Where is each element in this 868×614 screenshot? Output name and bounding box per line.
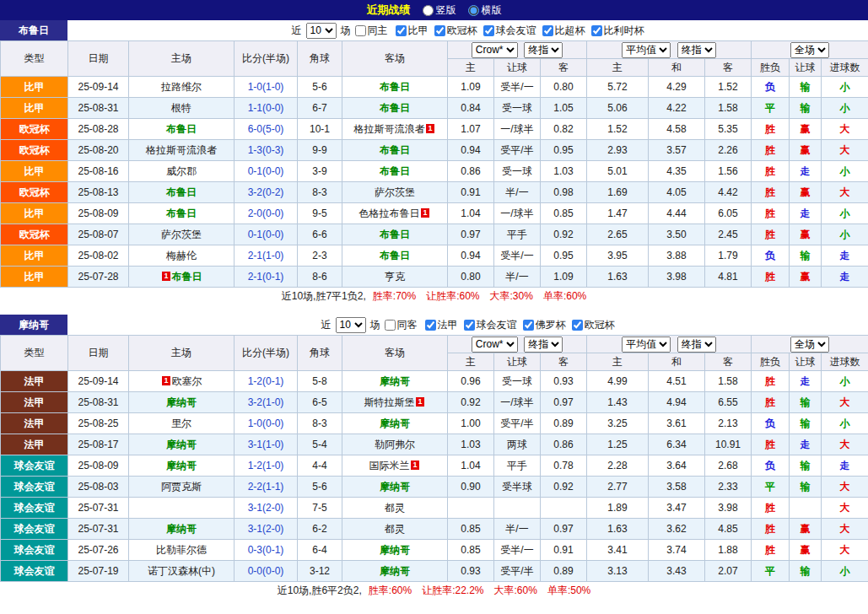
league-filter-input[interactable]	[425, 320, 436, 331]
league-filter-input[interactable]	[434, 25, 445, 36]
date-cell: 25-07-19	[68, 561, 129, 582]
score-link[interactable]: 1-0(1-0)	[235, 77, 298, 98]
stat-item: 大率:60%	[494, 584, 537, 598]
bookmaker-select[interactable]: Crow*	[472, 42, 518, 58]
team-name: 都灵	[385, 523, 405, 535]
header-odds-away: 客	[541, 59, 587, 77]
score-link[interactable]: 3-1(2-0)	[235, 498, 298, 519]
match-count-select[interactable]: 10	[336, 317, 366, 333]
score-link[interactable]: 1-3(0-3)	[235, 140, 298, 161]
avg-select[interactable]: 平均值	[622, 337, 671, 353]
avg-odds-cell: 1.25	[587, 434, 649, 455]
match-count-select[interactable]: 10	[306, 23, 337, 39]
away-team-cell: 摩纳哥	[342, 477, 448, 498]
league-cell: 比甲	[1, 267, 68, 288]
team-name: 摩纳哥	[166, 396, 197, 408]
odds-stage-select[interactable]: 终指	[524, 337, 563, 353]
league-filter-checkbox[interactable]: 比超杯	[542, 24, 585, 38]
scope-select[interactable]: 全场	[790, 42, 829, 58]
rank-badge: 1	[421, 208, 429, 218]
away-team-cell: 萨尔茨堡	[342, 182, 448, 203]
score-link[interactable]: 0-3(0-1)	[235, 540, 298, 561]
bookmaker-select[interactable]: Crow*	[472, 337, 518, 353]
same-venue-checkbox[interactable]: 同客	[385, 318, 418, 332]
league-filter-checkbox[interactable]: 欧冠杯	[572, 318, 615, 332]
odds-cell: 0.80	[448, 267, 494, 288]
team-name: 摩纳哥	[166, 439, 197, 450]
score-link[interactable]: 0-1(0-0)	[235, 224, 298, 245]
score-link[interactable]: 1-2(1-0)	[235, 455, 298, 477]
result-cell: 赢	[790, 140, 822, 161]
score-link[interactable]: 2-1(0-1)	[235, 267, 298, 288]
horizontal-radio[interactable]	[468, 5, 479, 16]
score-link[interactable]: 3-2(0-2)	[235, 182, 298, 203]
score-link[interactable]: 1-0(0-0)	[235, 413, 298, 434]
score-link[interactable]: 3-2(1-0)	[235, 392, 298, 413]
league-filter-input[interactable]	[396, 25, 407, 36]
result-cell: 走	[822, 267, 868, 288]
date-cell: 25-07-28	[68, 267, 129, 288]
odds-cell: 0.85	[448, 519, 494, 540]
score-link[interactable]: 6-0(5-0)	[235, 119, 298, 140]
score-link[interactable]: 1-2(0-1)	[235, 371, 298, 392]
home-team-cell: 萨尔茨堡	[129, 224, 235, 245]
same-venue-checkbox[interactable]: 同主	[355, 24, 388, 38]
view-option-horizontal[interactable]: 横版	[468, 3, 502, 18]
league-filter-checkbox[interactable]: 球会友谊	[464, 318, 517, 332]
score-link[interactable]: 3-1(2-0)	[235, 519, 298, 540]
league-cell: 比甲	[1, 77, 68, 98]
league-filter-checkbox[interactable]: 欧冠杯	[434, 24, 477, 38]
odds-stage-select[interactable]: 终指	[524, 42, 563, 58]
league-filter-checkbox[interactable]: 比甲	[396, 24, 429, 38]
league-filter-checkbox[interactable]: 法甲	[425, 318, 458, 332]
avg-stage-select[interactable]: 终指	[677, 337, 716, 353]
league-filter-checkbox[interactable]: 佛罗杯	[523, 318, 566, 332]
result-cell: 平	[752, 477, 790, 498]
league-filter-input[interactable]	[591, 25, 602, 36]
avg-odds-cell: 4.44	[649, 203, 705, 224]
team-name: 萨尔茨堡	[375, 186, 415, 198]
score-link[interactable]: 1-1(0-0)	[235, 98, 298, 119]
score-link[interactable]: 0-0(0-0)	[235, 561, 298, 582]
avg-stage-select[interactable]: 终指	[677, 42, 716, 58]
avg-odds-cell: 2.93	[587, 140, 649, 161]
corner-cell: 9-9	[298, 140, 342, 161]
league-filter-input[interactable]	[464, 320, 475, 331]
same-venue-input[interactable]	[385, 320, 396, 331]
vertical-radio[interactable]	[423, 5, 434, 16]
team-name-tab: 摩纳哥	[0, 315, 67, 335]
scope-select[interactable]: 全场	[790, 337, 829, 353]
league-filter-input[interactable]	[542, 25, 553, 36]
score-link[interactable]: 3-1(1-0)	[235, 434, 298, 455]
view-option-vertical[interactable]: 竖版	[423, 3, 456, 18]
league-filter-checkbox[interactable]: 比利时杯	[591, 24, 644, 38]
result-cell: 小	[822, 203, 868, 224]
date-cell: 25-08-07	[68, 224, 129, 245]
league-cell: 欧冠杯	[1, 224, 68, 245]
score-link[interactable]: 0-1(0-0)	[235, 161, 298, 182]
home-team-cell: 阿贾克斯	[129, 477, 235, 498]
odds-cell: 受半球	[494, 477, 541, 498]
odds-cell: 受平/半	[494, 561, 541, 582]
avg-odds-cell: 1.56	[705, 161, 752, 182]
league-filter-label: 法甲	[438, 318, 458, 332]
away-team-cell: 布鲁日	[342, 224, 448, 245]
corner-cell: 6-5	[298, 392, 342, 413]
odds-cell: 半/一	[494, 267, 541, 288]
score-link[interactable]: 2-0(0-0)	[235, 203, 298, 224]
team-name: 布鲁日	[166, 186, 197, 198]
avg-select[interactable]: 平均值	[622, 42, 671, 58]
score-link[interactable]: 2-1(1-0)	[235, 245, 298, 267]
league-cell: 欧冠杯	[1, 119, 68, 140]
same-venue-input[interactable]	[355, 25, 366, 36]
score-link[interactable]: 2-2(1-1)	[235, 477, 298, 498]
result-cell: 输	[790, 455, 822, 477]
league-filter-input[interactable]	[523, 320, 534, 331]
avg-odds-cell: 1.58	[705, 371, 752, 392]
odds-cell: 0.92	[541, 477, 587, 498]
league-filter-checkbox[interactable]: 球会友谊	[483, 24, 536, 38]
avg-odds-cell: 3.13	[587, 561, 649, 582]
league-filter-input[interactable]	[483, 25, 494, 36]
odds-cell	[448, 498, 494, 519]
league-filter-input[interactable]	[572, 320, 583, 331]
